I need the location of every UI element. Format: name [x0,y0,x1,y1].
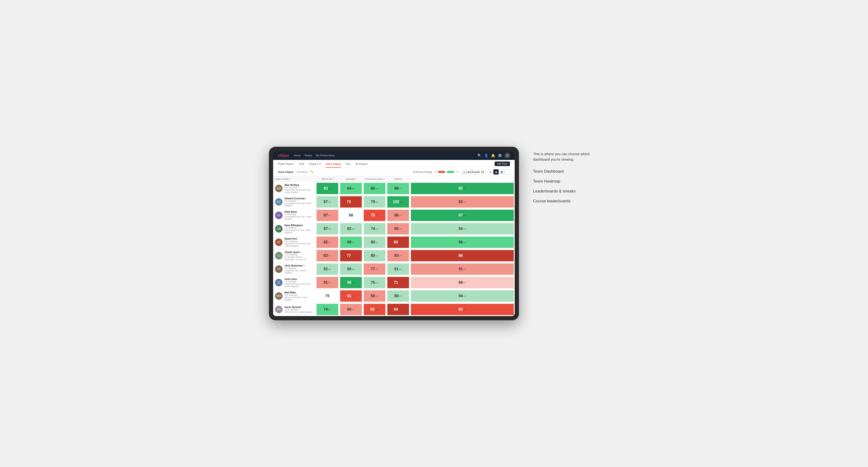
player-name[interactable]: Josh Coles [284,278,314,280]
player-name[interactable]: Chris Robertson ✓ [284,264,314,267]
chart-view-button[interactable]: 👤 [499,169,504,175]
col-header-around-green[interactable]: Around the Green▾ [363,176,386,182]
col-header-player[interactable]: Player Quality▼ [273,176,316,182]
player-avatar[interactable]: BM [275,185,283,192]
player-name[interactable]: Aaron Nicholls [284,306,312,309]
score-box: 87 3▼ [316,210,338,221]
player-avatar[interactable]: EC [275,198,283,206]
last-rounds-button[interactable]: 📊 Last Rounds: 20 [460,170,486,174]
score-value: 88 [349,213,353,217]
score-value: 85 [459,307,463,312]
table-view-button[interactable]: ▦ [493,169,499,175]
user-icon[interactable]: 👤 [484,154,488,157]
table-row: CR Chris Robertson ✓ 1-5 Handicap Craigm… [273,262,515,276]
player-info: David Ford ✓ Plus Handicap Royal North D… [284,238,314,247]
search-icon[interactable]: 🔍 [477,154,482,157]
score-box: 74 1▲ [364,223,385,235]
logo: clippd [278,154,289,157]
player-avatar[interactable]: CQ [275,252,283,259]
player-handicap: 11-15 Handicap [284,309,312,311]
option-course-leaderboards[interactable]: Course leaderboards [533,199,599,204]
sort-arrow-off-tee: ▾ [333,178,334,180]
score-change: 6▼ [399,255,402,257]
annotation-intro: This is where you can choose which dashb… [533,151,599,162]
settings-icon[interactable]: ⚙️ [498,154,502,157]
score-cell: 81 3▼ [316,276,339,289]
score-box: 75 2▲ [364,277,385,288]
player-handicap: 1-5 Handicap [284,213,314,216]
col-header-off-tee[interactable]: Off the Tee▾ [316,176,339,182]
score-value: 92 [459,200,463,204]
player-name[interactable]: Elliot Ebert [284,211,314,213]
score-box: 86 6▼ [387,210,409,221]
player-name[interactable]: Matt Miller [284,291,314,294]
tab-tour[interactable]: Tour [346,161,350,168]
score-change: 10▲ [375,309,379,311]
table-row: AN Aaron Nicholls 11-15 Handicap Drift G… [273,303,515,316]
bell-icon[interactable]: 🔔 [491,154,495,157]
score-value: 79 [371,200,375,204]
player-avatar[interactable]: DF [275,239,283,246]
score-box: 74 8▲ [316,304,338,315]
round-change-area: 20 Round Change -5 +5 📊 Last Rounds: 20 … [413,169,510,175]
player-name[interactable]: Edward Crossman [284,197,314,200]
tab-hcaps[interactable]: Hcaps 1-5 [309,161,321,168]
player-name[interactable]: David Ford ✓ [284,238,314,240]
player-club: Royal North Devon Golf Club, United King… [284,243,314,247]
score-cell: 75 [316,289,339,303]
tablet-frame: clippd Home Teams My Performance 🔍 👤 🔔 ⚙… [269,147,519,320]
player-avatar[interactable]: CR [275,266,283,273]
score-box: 89 7▲ [340,237,362,248]
player-cell: MM Matt Miller 6-10 Handicap Woburn Golf… [273,289,316,303]
score-cell: 75 3▼ [363,209,386,222]
score-change: 4▲ [399,268,402,270]
player-name[interactable]: Blair McHarg [284,184,314,186]
score-box: 84 6▲ [340,183,362,194]
edit-icon[interactable]: ✏️ [310,170,314,174]
nav-performance[interactable]: My Performance [316,153,335,158]
score-box: 96 3▲ [411,237,514,248]
score-cell: 92 3▼ [410,195,515,209]
tab-all-players[interactable]: All Players [355,161,368,168]
option-team-dashboard[interactable]: Team Dashboard [533,169,599,174]
score-value: 77 [347,253,351,258]
last-rounds-icon: 📊 [463,171,465,173]
tab-team-clippd[interactable]: Team Clippd [326,161,341,168]
score-cell: 103 15▲ [386,195,410,209]
player-avatar[interactable]: EE [275,212,283,219]
player-avatar[interactable]: AN [275,306,283,313]
player-avatar[interactable]: JC [275,279,283,286]
add-team-button[interactable]: Add Team [495,161,510,166]
score-box: 77 3▼ [364,263,385,275]
player-avatar[interactable]: DB [275,225,283,232]
player-avatar[interactable]: MM [275,292,283,300]
player-handicap: 6-10 Handicap [284,253,314,256]
score-change: 3▼ [328,241,331,243]
download-button[interactable]: ↓ [505,169,510,175]
score-change: 11▼ [351,201,355,203]
score-change: 2▲ [352,268,355,270]
score-value: 103 [393,200,399,204]
score-value: 85 [371,186,375,191]
option-leaderboards[interactable]: Leaderboards & streaks [533,189,599,194]
player-name[interactable]: Dave Billingham [284,224,314,227]
player-handicap: 1-5 Handicap [284,280,314,283]
tab-pga[interactable]: PGA [299,161,304,168]
player-name[interactable]: Charlie Quick ✓ [284,251,314,253]
score-change: 14▼ [351,255,355,257]
col-header-putting[interactable]: Putting▾ [386,176,410,182]
nav-teams[interactable]: Teams [305,153,312,158]
player-handicap: 1-5 Handicap [284,267,314,269]
table-row: EC Edward Crossman 1-5 Handicap Sunningd… [273,195,515,209]
nav-home[interactable]: Home [294,153,301,158]
tab-pgat[interactable]: PGAT Players [278,161,294,168]
score-cell: 96 3▲ [410,236,515,249]
option-team-heatmap[interactable]: Team Heatmap [533,179,599,184]
score-box: 92 3▼ [411,196,514,208]
player-cell: CQ Charlie Quick ✓ 6-10 Handicap St. Geo… [273,249,316,262]
grid-view-button[interactable]: ⊞ [488,169,493,175]
nav-icons: 🔍 👤 🔔 ⚙️ U [477,153,510,158]
user-avatar[interactable]: U [505,153,510,158]
col-header-approach[interactable]: Approach▾ [339,176,363,182]
score-cell: 74 1▲ [363,222,386,236]
